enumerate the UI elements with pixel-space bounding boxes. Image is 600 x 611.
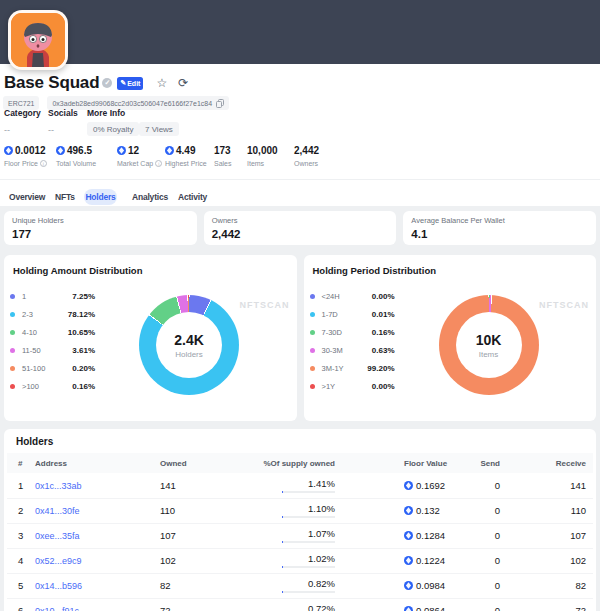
table-row: 40x52...e9c91021.02%0.12240102 xyxy=(7,548,593,573)
holder-send: 0 xyxy=(455,598,502,611)
legend-label: 7-30D xyxy=(322,328,342,337)
holder-rank: 2 xyxy=(7,498,35,523)
holder-address-link[interactable]: 0x52...e9c9 xyxy=(35,556,82,566)
summary-card: Unique Holders177 xyxy=(4,211,197,245)
stat-label: Market Capi xyxy=(117,160,165,167)
legend-value: 0.00% xyxy=(372,292,395,301)
category-label: Category xyxy=(4,108,41,118)
eth-icon xyxy=(404,581,413,590)
stat-sales: 173Sales xyxy=(214,145,247,167)
stat-items: 10,000Items xyxy=(247,145,294,167)
legend-value: 3.61% xyxy=(72,346,95,355)
legend-item: 4-1010.65% xyxy=(10,323,95,341)
stat-value: 496.5 xyxy=(67,145,92,156)
stat-label: Total Volume xyxy=(56,160,117,167)
copy-icon[interactable] xyxy=(216,99,224,108)
holder-address-link[interactable]: 0x41...30fe xyxy=(35,506,80,516)
legend-label: 1-7D xyxy=(322,310,338,319)
star-icon[interactable]: ☆ xyxy=(156,76,167,90)
socials-value: -- xyxy=(48,125,54,135)
chart-panel: Holding Amount Distribution17.25%2-378.1… xyxy=(4,255,297,421)
donut-chart: 2.4KHolders xyxy=(139,295,239,395)
charts-row: Holding Amount Distribution17.25%2-378.1… xyxy=(4,255,596,421)
legend-dot-icon xyxy=(310,366,315,371)
stat-floor-price: 0.0012Floor Pricei xyxy=(4,145,56,167)
eth-icon xyxy=(404,606,413,611)
tab-analytics[interactable]: Analytics xyxy=(132,192,178,202)
stat-value: 12 xyxy=(128,145,139,156)
holder-receive: 110 xyxy=(502,498,593,523)
stat-highest-price: 4.49Highest Price xyxy=(165,145,214,167)
legend-item: 2-378.12% xyxy=(10,305,95,323)
legend-item: 7-30D0.16% xyxy=(310,323,395,341)
holders-table: #AddressOwned%Of supply ownedFloor Value… xyxy=(7,453,593,611)
tab-activity[interactable]: Activity xyxy=(178,192,208,202)
chart-legend: 17.25%2-378.12%4-1010.65%11-503.61%51-10… xyxy=(10,287,95,395)
legend-label: 3M-1Y xyxy=(322,364,344,373)
supply-pct-bar xyxy=(282,591,335,593)
holder-floor-value: 0.1224 xyxy=(404,555,455,566)
holder-address-link[interactable]: 0x10...f91c xyxy=(35,606,79,611)
holder-rank: 3 xyxy=(7,523,35,548)
supply-pct-bar xyxy=(282,491,335,493)
stat-total-volume: 496.5Total Volume xyxy=(56,145,117,167)
legend-dot-icon xyxy=(10,330,15,335)
supply-pct-bar xyxy=(282,541,335,543)
more-info-label[interactable]: More Info xyxy=(87,108,125,118)
legend-label: 11-50 xyxy=(22,346,41,355)
chart-panel: Holding Period Distribution<24H0.00%1-7D… xyxy=(304,255,597,421)
holder-receive: 72 xyxy=(502,598,593,611)
legend-dot-icon xyxy=(310,294,315,299)
holder-supply-pct: 0.72% xyxy=(282,603,335,611)
donut-center-value: 10K xyxy=(476,332,502,348)
card-label: Average Balance Per Wallet xyxy=(411,216,588,225)
header-banner xyxy=(0,0,600,64)
stat-label: Highest Price xyxy=(165,160,214,167)
stat-value: 0.0012 xyxy=(15,145,46,156)
eth-icon xyxy=(404,531,413,540)
legend-value: 0.00% xyxy=(372,382,395,391)
holder-address-link[interactable]: 0x1c...33ab xyxy=(35,481,82,491)
stat-value: 173 xyxy=(214,145,231,156)
legend-label: 2-3 xyxy=(22,310,33,319)
edit-button[interactable]: ✎Edit xyxy=(117,77,143,90)
holder-receive: 102 xyxy=(502,548,593,573)
watermark: NFTSCAN xyxy=(240,300,290,310)
tab-overview[interactable]: Overview xyxy=(9,192,55,202)
holder-send: 0 xyxy=(455,498,502,523)
eth-icon xyxy=(117,146,126,155)
legend-dot-icon xyxy=(310,384,315,389)
holder-address-link[interactable]: 0x14...b596 xyxy=(35,581,82,591)
holder-owned: 82 xyxy=(160,573,240,598)
legend-item: 51-1000.20% xyxy=(10,359,95,377)
summary-card: Owners2,442 xyxy=(204,211,397,245)
col-header: Address xyxy=(35,453,160,473)
tab-bar: OverviewNFTsHoldersAnalyticsActivity xyxy=(0,179,600,206)
col-header: Floor Value xyxy=(335,453,455,473)
holders-table-title: Holders xyxy=(7,433,593,447)
holder-supply-pct: 1.07% xyxy=(282,528,335,543)
eth-icon xyxy=(165,146,174,155)
legend-label: >100 xyxy=(22,382,39,391)
holder-send: 0 xyxy=(455,473,502,498)
legend-label: 51-100 xyxy=(22,364,45,373)
holder-address-link[interactable]: 0xee...35fa xyxy=(35,531,80,541)
stat-label: Owners xyxy=(294,160,334,167)
eth-icon xyxy=(4,146,13,155)
royalty-badge: 0% Royalty xyxy=(87,122,139,136)
tab-holders[interactable]: Holders xyxy=(84,189,117,205)
legend-label: 4-10 xyxy=(22,328,37,337)
legend-item: >1Y0.00% xyxy=(310,377,395,395)
holder-supply-pct: 0.82% xyxy=(282,578,335,593)
legend-item: 11-503.61% xyxy=(10,341,95,359)
holder-rank: 5 xyxy=(7,573,35,598)
donut-center-label: Items xyxy=(479,350,499,359)
card-value: 177 xyxy=(12,228,189,240)
refresh-icon[interactable]: ⟳ xyxy=(178,76,188,90)
tab-nfts[interactable]: NFTs xyxy=(55,192,84,202)
donut-center-label: Holders xyxy=(175,350,203,359)
holder-floor-value: 0.0984 xyxy=(404,580,455,591)
holder-floor-value: 0.1284 xyxy=(404,530,455,541)
main-content: Unique Holders177Owners2,442Average Bala… xyxy=(0,206,600,611)
col-header: Owned xyxy=(160,453,240,473)
